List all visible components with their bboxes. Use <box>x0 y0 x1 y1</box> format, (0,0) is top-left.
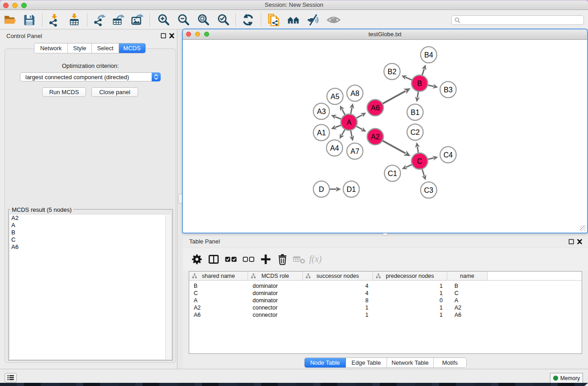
tab-select[interactable]: Select <box>92 43 119 53</box>
first-neighbors-button[interactable] <box>285 12 301 28</box>
cell[interactable]: B <box>189 282 248 290</box>
column-header-MCDS-role[interactable]: MCDS role <box>248 272 303 280</box>
cell[interactable]: 1 <box>303 304 373 311</box>
mcds-result-item[interactable]: A2 <box>10 214 172 222</box>
export-table-button[interactable] <box>110 12 126 28</box>
close-panel-icon[interactable] <box>169 33 175 38</box>
zoom-selected-button[interactable] <box>215 12 231 28</box>
tab-network[interactable]: Network <box>34 43 68 53</box>
table-row-A2[interactable]: A2connector11A2 <box>189 304 582 311</box>
graph-node-A8[interactable]: A8 <box>347 85 363 101</box>
task-history-button[interactable] <box>5 373 17 382</box>
search-input[interactable] <box>460 16 583 24</box>
export-image-button[interactable] <box>129 12 145 28</box>
table-row-A[interactable]: Adominator80A <box>189 297 582 304</box>
mcds-result-item[interactable]: B <box>10 229 172 236</box>
graph-edge-B-B3[interactable] <box>427 84 438 89</box>
mcds-result-item[interactable]: A <box>10 222 172 229</box>
graph-edge-A6-B[interactable] <box>382 88 411 104</box>
tab-style[interactable]: Style <box>68 43 92 53</box>
import-table-button[interactable] <box>66 12 82 28</box>
cell[interactable]: 4 <box>303 282 373 290</box>
graph-node-A6[interactable]: A6 <box>367 100 383 116</box>
graph-node-A1[interactable]: A1 <box>313 124 330 141</box>
cell[interactable]: 0 <box>373 297 447 304</box>
close-panel-button[interactable]: Close panel <box>91 87 138 97</box>
cell[interactable]: dominator <box>248 290 303 297</box>
tab-network-table[interactable]: Network Table <box>387 358 434 367</box>
graph-edge-A-A3[interactable] <box>331 115 341 119</box>
horizontal-splitter-grip[interactable] <box>382 233 388 236</box>
zoom-fit-button[interactable] <box>195 12 211 28</box>
vertical-splitter-grip[interactable] <box>178 194 182 204</box>
graph-edge-A2-C[interactable] <box>382 141 411 156</box>
graph-node-A3[interactable]: A3 <box>313 103 330 119</box>
refresh-button[interactable] <box>240 12 256 28</box>
criterion-dropdown[interactable]: largest connected component (directed) <box>20 72 161 81</box>
graph-node-A2[interactable]: A2 <box>367 129 383 145</box>
select-columns-button[interactable] <box>225 253 237 265</box>
network-from-selection-button[interactable] <box>266 12 282 28</box>
graph-edge-B-B4[interactable] <box>421 65 426 76</box>
maximize-window-button[interactable] <box>21 3 27 8</box>
open-file-button[interactable] <box>2 12 18 28</box>
graph-node-B2[interactable]: B2 <box>384 63 400 80</box>
graph-node-C2[interactable]: C2 <box>407 124 423 140</box>
cell[interactable]: B <box>447 282 488 290</box>
unselect-columns-button[interactable] <box>242 253 255 265</box>
delete-column-button[interactable] <box>277 253 288 265</box>
import-network-button[interactable] <box>46 12 62 28</box>
network-resize-grip[interactable] <box>580 225 586 231</box>
column-header-name[interactable]: name <box>447 272 488 280</box>
search-field[interactable] <box>451 15 584 25</box>
graph-edge-A-A6[interactable] <box>356 113 366 118</box>
tab-motifs[interactable]: Motifs <box>434 358 466 367</box>
export-network-button[interactable] <box>91 12 108 28</box>
graph-edge-A-A1[interactable] <box>331 125 341 129</box>
graph-node-A7[interactable]: A7 <box>347 143 363 159</box>
add-column-button[interactable] <box>260 253 272 265</box>
graph-node-B3[interactable]: B3 <box>440 81 456 98</box>
zoom-in-button[interactable] <box>155 12 172 28</box>
graph-edge-A-A7[interactable] <box>349 130 354 141</box>
cell[interactable]: dominator <box>248 282 303 290</box>
graph-node-C[interactable]: C <box>411 153 428 169</box>
run-mcds-button[interactable]: Run MCDS <box>42 87 86 97</box>
cell[interactable]: A6 <box>447 311 488 319</box>
graph-edge-B-B2[interactable] <box>402 75 412 80</box>
minimize-window-button[interactable] <box>12 3 18 8</box>
network-minimize-button[interactable] <box>195 32 200 37</box>
cell[interactable]: connector <box>248 311 303 319</box>
cell[interactable]: 1 <box>373 304 447 311</box>
tab-edge-table[interactable]: Edge Table <box>346 358 387 367</box>
graph-edge-A-A4[interactable] <box>339 129 345 139</box>
graph-edge-C-C3[interactable] <box>422 169 426 180</box>
graph-node-A4[interactable]: A4 <box>326 140 343 156</box>
cell[interactable]: 1 <box>373 282 447 290</box>
cell[interactable]: connector <box>248 304 303 311</box>
network-close-button[interactable] <box>186 32 191 37</box>
graph-edge-A-A8[interactable] <box>349 103 354 114</box>
network-canvas[interactable]: AA1A2A3A4A5A6A7A8BB1B2B3B4CC1C2C3C4DD1 <box>183 40 587 232</box>
graph-edge-C-C1[interactable] <box>402 164 412 169</box>
column-header-predecessor-nodes[interactable]: predecessor nodes <box>373 272 447 280</box>
cell[interactable]: A2 <box>447 304 488 311</box>
cell[interactable]: 8 <box>303 297 373 304</box>
memory-button[interactable]: Memory <box>550 373 583 383</box>
graph-node-B4[interactable]: B4 <box>421 47 437 63</box>
table-row-A6[interactable]: A6connector11A6 <box>189 311 582 319</box>
graph-edge-C-C2[interactable] <box>415 143 420 153</box>
graph-node-B1[interactable]: B1 <box>407 104 423 120</box>
table-row-B[interactable]: Bdominator41B <box>189 282 582 290</box>
float-table-panel-icon[interactable] <box>569 239 574 244</box>
close-window-button[interactable] <box>3 3 9 8</box>
cell[interactable]: 1 <box>373 311 447 319</box>
result-list-scrollbar[interactable] <box>165 215 172 359</box>
column-header-shared-name[interactable]: shared name <box>189 272 248 280</box>
cell[interactable]: 1 <box>373 290 447 297</box>
cell[interactable]: A <box>447 297 488 304</box>
graph-node-A5[interactable]: A5 <box>327 88 343 105</box>
network-maximize-button[interactable] <box>204 32 209 37</box>
graph-edge-D-D1[interactable] <box>330 187 341 192</box>
split-columns-button[interactable] <box>208 253 220 265</box>
